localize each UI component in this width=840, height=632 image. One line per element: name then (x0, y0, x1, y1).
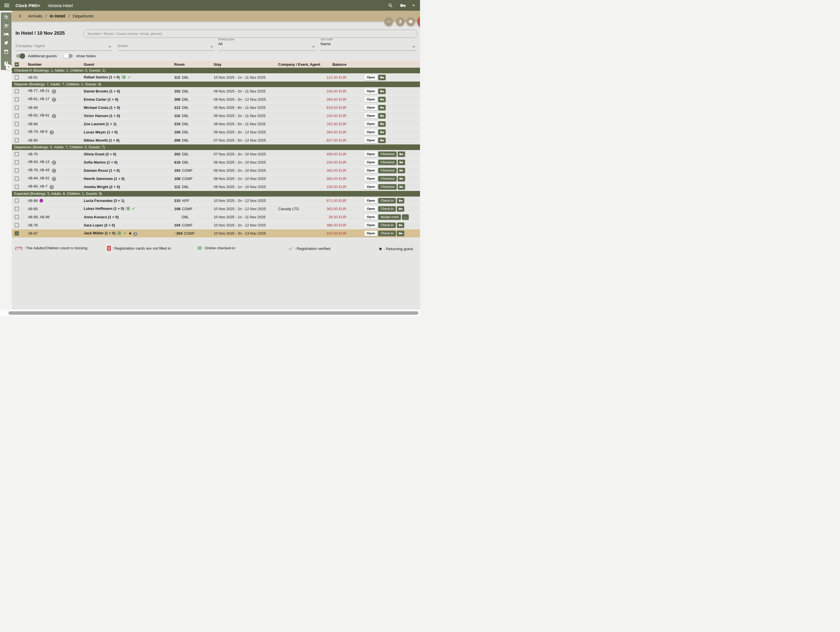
open-button[interactable]: Open (365, 130, 377, 135)
plane-landing-icon[interactable] (4, 14, 9, 19)
breadcrumb-in-hotel[interactable]: In Hotel (50, 14, 65, 18)
key-button[interactable] (378, 89, 385, 94)
row-checkbox[interactable] (15, 160, 19, 165)
open-button[interactable]: Open (365, 223, 377, 228)
key-button[interactable] (397, 231, 404, 236)
stay-dates: 08 Nov 2025 - 2n - 10 Nov 2025 (214, 160, 278, 165)
key-button[interactable] (378, 138, 385, 143)
event-select[interactable]: Event (118, 41, 214, 51)
breadcrumb-departures[interactable]: Departures (73, 14, 93, 18)
open-button[interactable]: Open (365, 113, 377, 119)
legend-item: : Registration verified (288, 246, 330, 251)
open-button[interactable]: Open (365, 105, 377, 110)
row-checkbox[interactable] (15, 177, 19, 181)
check-in-button[interactable]: Check-In (378, 206, 396, 212)
open-button[interactable]: Open (365, 151, 377, 157)
checkout-button[interactable]: Checkout (378, 184, 396, 190)
print-button[interactable] (406, 17, 415, 26)
open-button[interactable]: Open (365, 97, 377, 102)
table-row: #B-77, #B-212Daniel Brooks (1 + 0)102DBL… (12, 87, 420, 95)
open-button[interactable]: Open (365, 138, 377, 143)
assign-room-button[interactable]: Assign room (378, 214, 401, 220)
check-in-button[interactable]: Check-In (378, 223, 396, 228)
booking-type-select[interactable]: Booking type All (218, 37, 316, 51)
key-button[interactable] (398, 184, 405, 190)
leaf-icon[interactable] (4, 40, 9, 45)
search-icon[interactable] (387, 2, 393, 8)
row-checkbox[interactable] (15, 122, 19, 126)
more-options-button[interactable] (384, 17, 393, 26)
row-checkbox[interactable] (15, 223, 19, 227)
open-button[interactable]: Open (365, 121, 377, 127)
key-button[interactable] (378, 130, 385, 135)
open-button[interactable]: Open (365, 214, 377, 220)
check-in-button[interactable]: Check-In (378, 231, 396, 236)
account-menu-caret-icon[interactable] (412, 5, 415, 6)
checkout-button[interactable]: Checkout (378, 168, 396, 173)
open-button[interactable]: Open (365, 206, 377, 212)
key-button[interactable] (378, 113, 385, 119)
row-checkbox[interactable] (15, 215, 19, 219)
key-button[interactable] (378, 97, 385, 102)
additional-guests-toggle[interactable] (16, 54, 25, 58)
row-checkbox[interactable] (15, 106, 19, 110)
open-button[interactable]: Open (365, 160, 377, 165)
row-checkbox[interactable] (15, 152, 19, 156)
open-button[interactable]: Open (365, 75, 377, 80)
sort-order-select[interactable]: Sort order Name (321, 37, 416, 51)
row-checkbox[interactable] (15, 130, 19, 134)
checkout-button[interactable]: Checkout (378, 160, 396, 165)
key-button[interactable] (398, 176, 405, 181)
open-button[interactable]: Open (365, 89, 377, 94)
select-all-checkbox[interactable] (15, 62, 19, 67)
open-button[interactable]: Open (365, 198, 377, 203)
linked-bookings-badge: 2 (52, 89, 56, 93)
open-button[interactable]: Open (365, 168, 377, 173)
check-in-button[interactable]: Check-In (378, 198, 396, 203)
online-checkin-icon (122, 75, 125, 80)
key-button[interactable] (378, 75, 385, 80)
calendar-icon[interactable] (4, 49, 9, 54)
horizontal-scrollbar-thumb[interactable] (8, 311, 418, 315)
row-checkbox[interactable] (15, 168, 19, 173)
checkout-button[interactable]: Checkout (378, 176, 396, 181)
show-notes-toggle[interactable] (64, 54, 73, 58)
key-button[interactable] (378, 105, 385, 110)
returning-guest-icon: ★ (378, 246, 382, 252)
breadcrumb-arrivals[interactable]: Arrivals (28, 14, 42, 18)
row-checkbox[interactable] (15, 114, 19, 118)
row-checkbox[interactable] (15, 231, 19, 236)
row-checkbox[interactable] (15, 207, 19, 211)
plane-takeoff-icon[interactable] (4, 23, 9, 28)
key-button[interactable] (398, 160, 405, 165)
guest-name: Jack Müller (1 + 0) (84, 231, 115, 235)
help-icon[interactable]: ? (6, 64, 12, 71)
checkout-button[interactable]: Checkout (378, 151, 396, 157)
bed-icon[interactable] (4, 32, 9, 36)
key-button[interactable] (378, 121, 385, 127)
row-checkbox[interactable] (15, 185, 19, 189)
row-checkbox[interactable] (15, 138, 19, 143)
booking-type-label: Booking type (218, 38, 316, 41)
booking-number: #B-79, #B-5 (28, 130, 47, 134)
key-button[interactable] (398, 151, 405, 157)
key-button[interactable] (397, 198, 404, 203)
key-button[interactable] (397, 223, 404, 228)
search-input[interactable] (83, 30, 417, 38)
row-checkbox[interactable] (15, 75, 19, 79)
table-row: #B-88Lucia Fernandez (3 + 1)210APP10 Nov… (12, 196, 420, 205)
key-button[interactable] (397, 206, 404, 212)
download-button[interactable] (396, 17, 404, 26)
row-checkbox[interactable] (15, 97, 19, 101)
menu-icon[interactable] (4, 4, 9, 7)
back-chevron-icon[interactable] (17, 13, 23, 19)
key-button[interactable] (398, 168, 405, 173)
key-icon[interactable] (400, 2, 406, 8)
row-checkbox[interactable] (15, 198, 19, 203)
open-button[interactable]: Open (365, 184, 377, 190)
open-button[interactable]: Open (365, 176, 377, 181)
open-button[interactable]: Open (365, 231, 377, 236)
more-actions-button[interactable]: ... (402, 214, 409, 220)
row-checkbox[interactable] (15, 89, 19, 93)
company-agent-select[interactable]: Company / Agent (16, 41, 112, 51)
